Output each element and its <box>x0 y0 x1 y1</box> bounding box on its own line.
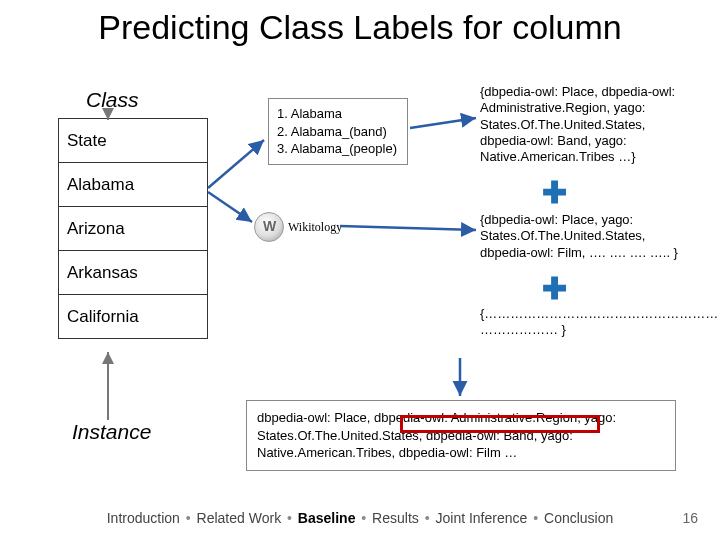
arrow-wikitology-to-annot2 <box>340 226 476 230</box>
table-header: State <box>59 119 208 163</box>
arrow-row-to-disambig <box>208 140 264 188</box>
footer-item: Joint Inference <box>435 510 527 526</box>
breadcrumb: Introduction • Related Work • Baseline •… <box>0 510 720 526</box>
instance-label: Instance <box>72 420 151 444</box>
page-number: 16 <box>682 510 698 526</box>
wikitology-badge: Wikitology <box>254 212 342 242</box>
table-row: Arkansas <box>59 251 208 295</box>
separator-icon: • <box>425 510 430 526</box>
class-label: Class <box>86 88 139 112</box>
table-row: California <box>59 295 208 339</box>
footer-item: Introduction <box>107 510 180 526</box>
footer-item: Related Work <box>197 510 282 526</box>
arrow-row-to-wikitology <box>208 192 252 222</box>
separator-icon: • <box>287 510 292 526</box>
separator-icon: • <box>533 510 538 526</box>
plus-icon: ✚ <box>542 274 567 304</box>
separator-icon: • <box>186 510 191 526</box>
arrow-disambig-to-annot1 <box>410 118 476 128</box>
table-row: Alabama <box>59 163 208 207</box>
states-table: State Alabama Arizona Arkansas Californi… <box>58 118 208 339</box>
annotation-set-2: {dbpedia-owl: Place, yago: States.Of.The… <box>480 212 690 261</box>
wikipedia-globe-icon <box>254 212 284 242</box>
disambiguation-line: 3. Alabama_(people) <box>277 140 399 158</box>
footer-item: Results <box>372 510 419 526</box>
footer-item: Conclusion <box>544 510 613 526</box>
annotation-set-1: {dbpedia-owl: Place, dbpedia-owl: Admini… <box>480 84 690 165</box>
annotation-set-3: {…………………………………………………. ……………… } <box>480 306 690 339</box>
disambiguation-box: 1. Alabama 2. Alabama_(band) 3. Alabama_… <box>268 98 408 165</box>
disambiguation-line: 2. Alabama_(band) <box>277 123 399 141</box>
highlight-rectangle <box>400 415 600 433</box>
wikitology-label: Wikitology <box>288 220 342 235</box>
page-title: Predicting Class Labels for column <box>0 8 720 47</box>
separator-icon: • <box>361 510 366 526</box>
footer-item-active: Baseline <box>298 510 356 526</box>
disambiguation-line: 1. Alabama <box>277 105 399 123</box>
plus-icon: ✚ <box>542 178 567 208</box>
slide: Predicting Class Labels for column Class… <box>0 0 720 540</box>
table-row: Arizona <box>59 207 208 251</box>
result-box: dbpedia-owl: Place, dbpedia-owl: Adminis… <box>246 400 676 471</box>
